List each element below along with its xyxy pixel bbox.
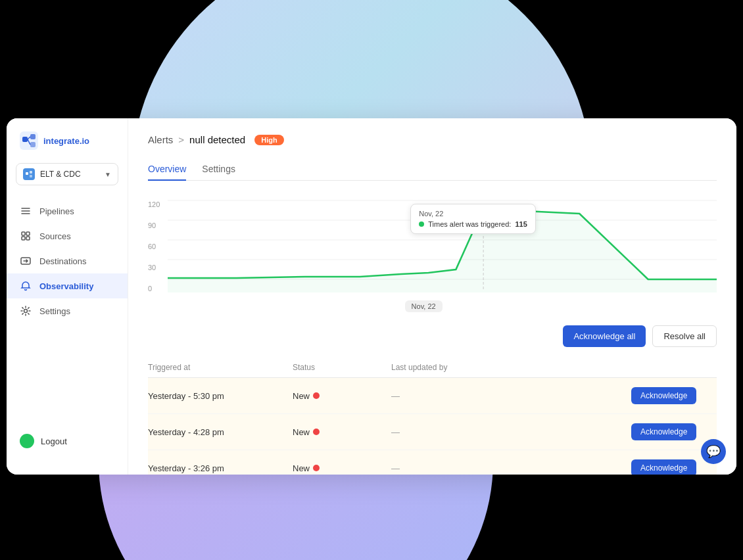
status-badge-2: New	[293, 427, 391, 437]
sidebar: integrate.io ELT & CDC ▼ Pipelines	[7, 118, 128, 475]
status-dot-2	[313, 429, 320, 435]
sidebar-item-label: Destinations	[39, 256, 87, 266]
breadcrumb-parent[interactable]: Alerts	[148, 134, 173, 145]
gear-icon	[20, 305, 32, 317]
bell-icon	[20, 280, 32, 292]
logo-text: integrate.io	[43, 136, 89, 146]
action-cell-3: Acknowledge	[631, 459, 717, 475]
tooltip-date: Nov, 22	[419, 210, 527, 218]
acknowledge-button-3[interactable]: Acknowledge	[631, 459, 696, 475]
env-label: ELT & CDC	[40, 170, 99, 179]
chat-icon: 💬	[706, 444, 721, 459]
app-container: integrate.io ELT & CDC ▼ Pipelines	[7, 118, 736, 475]
acknowledge-button-2[interactable]: Acknowledge	[631, 423, 696, 440]
env-selector[interactable]: ELT & CDC ▼	[16, 163, 118, 185]
sidebar-item-destinations[interactable]: Destinations	[7, 248, 128, 273]
tab-overview[interactable]: Overview	[148, 158, 186, 181]
col-status: Status	[293, 363, 391, 372]
tooltip-row: Times alert was triggered: 115	[419, 220, 527, 228]
destination-icon	[20, 255, 32, 267]
tooltip-metric-label: Times alert was triggered:	[428, 220, 511, 228]
svg-point-14	[24, 310, 28, 313]
status-2: New	[293, 427, 391, 437]
last-updated-3: —	[391, 463, 631, 473]
col-last-updated: Last updated by	[391, 363, 631, 372]
last-updated-2: —	[391, 427, 631, 437]
resolve-all-button[interactable]: Resolve all	[652, 325, 717, 347]
col-triggered-at: Triggered at	[148, 363, 293, 372]
tooltip-dot	[419, 222, 424, 227]
status-1: New	[293, 391, 391, 401]
source-icon	[20, 230, 32, 242]
logout-button[interactable]: Logout	[20, 434, 114, 448]
sidebar-item-observability[interactable]: Observability	[7, 273, 128, 298]
table-row: Yesterday - 4:28 pm New — Acknowledge	[148, 414, 717, 450]
status-dot-3	[313, 465, 320, 471]
svg-rect-11	[22, 237, 25, 240]
sidebar-item-label: Sources	[39, 231, 71, 241]
svg-rect-8	[30, 175, 32, 177]
chart-y-labels: 120 90 60 30 0	[148, 200, 160, 292]
severity-badge: High	[254, 135, 283, 145]
acknowledge-button-1[interactable]: Acknowledge	[631, 387, 696, 404]
svg-rect-3	[30, 142, 36, 147]
last-updated-1: —	[391, 391, 631, 401]
tabs: Overview Settings	[148, 158, 717, 181]
table-row: Yesterday - 5:30 pm New — Acknowledge	[148, 378, 717, 414]
acknowledge-all-button[interactable]: Acknowledge all	[563, 325, 646, 347]
breadcrumb-current: null detected	[189, 134, 245, 145]
sidebar-item-label: Settings	[39, 306, 70, 316]
triggered-at-1: Yesterday - 5:30 pm	[148, 391, 293, 401]
svg-rect-6	[26, 172, 28, 175]
svg-rect-9	[22, 232, 25, 235]
svg-rect-2	[30, 134, 36, 139]
logout-label: Logout	[41, 436, 67, 446]
chart-x-label: Nov, 22	[405, 300, 443, 312]
sidebar-item-pipelines[interactable]: Pipelines	[7, 198, 128, 223]
action-bar: Acknowledge all Resolve all	[148, 325, 717, 347]
status-dot-1	[313, 392, 320, 399]
tab-settings[interactable]: Settings	[202, 158, 235, 181]
svg-rect-7	[30, 171, 32, 174]
chart-container: 120 90 60 30 0	[148, 194, 717, 312]
breadcrumb-separator: >	[178, 134, 184, 145]
env-icon	[23, 168, 35, 180]
col-action	[631, 363, 717, 372]
svg-rect-12	[26, 237, 30, 240]
action-cell-2: Acknowledge	[631, 423, 717, 440]
triggered-at-3: Yesterday - 3:26 pm	[148, 463, 293, 473]
sidebar-item-label: Observability	[39, 281, 93, 291]
logo-icon	[20, 131, 38, 150]
main-content: Alerts > null detected High Overview Set…	[128, 118, 736, 475]
status-badge-3: New	[293, 463, 391, 473]
status-3: New	[293, 463, 391, 473]
sidebar-item-label: Pipelines	[39, 206, 74, 216]
triggered-at-2: Yesterday - 4:28 pm	[148, 427, 293, 437]
svg-rect-10	[26, 232, 30, 235]
action-cell-1: Acknowledge	[631, 387, 717, 404]
table-header: Triggered at Status Last updated by	[148, 358, 717, 378]
sidebar-item-settings[interactable]: Settings	[7, 298, 128, 323]
sidebar-item-sources[interactable]: Sources	[7, 223, 128, 248]
tooltip-metric-value: 115	[515, 220, 527, 228]
user-avatar	[20, 434, 34, 448]
chevron-down-icon: ▼	[105, 171, 111, 178]
chat-bubble[interactable]: 💬	[701, 439, 726, 464]
sidebar-logo: integrate.io	[7, 131, 128, 163]
pipeline-icon	[20, 205, 32, 217]
chart-tooltip: Nov, 22 Times alert was triggered: 115	[410, 204, 536, 234]
breadcrumb: Alerts > null detected High	[148, 134, 717, 145]
table-row: Yesterday - 3:26 pm New — Acknowledge	[148, 450, 717, 475]
svg-rect-1	[22, 137, 28, 142]
sidebar-bottom: Logout	[7, 421, 128, 461]
status-badge-1: New	[293, 391, 391, 401]
